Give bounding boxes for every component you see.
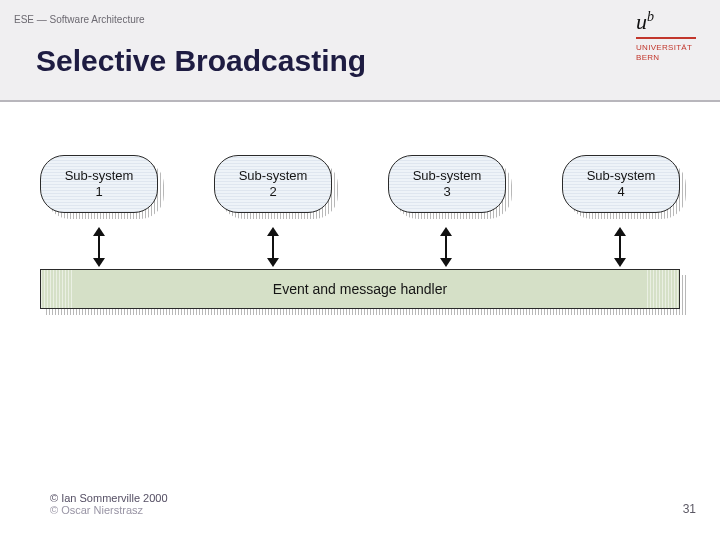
logo-mark: ub [636, 10, 696, 33]
page-title: Selective Broadcasting [36, 44, 366, 78]
event-handler-label: Event and message handler [273, 281, 447, 297]
subsystem-label: Sub-system [239, 168, 308, 184]
arrow-row [40, 225, 680, 269]
logo-mark-b: b [647, 9, 654, 24]
header-separator [0, 100, 720, 102]
breadcrumb: ESE — Software Architecture [14, 14, 145, 25]
subsystem-number: 3 [443, 184, 450, 200]
footer-credit: © Ian Sommerville 2000 © Oscar Nierstras… [50, 492, 168, 516]
subsystem-label: Sub-system [413, 168, 482, 184]
page-number: 31 [683, 502, 696, 516]
logo-text-2: BERN [636, 53, 696, 63]
diagram: Sub-system 1 Sub-system 2 Sub-system 3 [40, 155, 680, 335]
subsystem-label: Sub-system [587, 168, 656, 184]
subsystem-number: 1 [95, 184, 102, 200]
event-handler-box: Event and message handler [40, 269, 680, 313]
logo-mark-u: u [636, 9, 647, 34]
subsystem-number: 2 [269, 184, 276, 200]
logo-divider [636, 37, 696, 39]
subsystem-3: Sub-system 3 [388, 155, 506, 213]
logo-text-1: UNIVERSITÄT [636, 43, 696, 53]
university-logo: ub UNIVERSITÄT BERN [636, 10, 696, 63]
subsystem-number: 4 [617, 184, 624, 200]
subsystem-row: Sub-system 1 Sub-system 2 Sub-system 3 [40, 155, 680, 225]
credit-primary: © Ian Sommerville 2000 [50, 492, 168, 504]
subsystem-4: Sub-system 4 [562, 155, 680, 213]
subsystem-label: Sub-system [65, 168, 134, 184]
subsystem-2: Sub-system 2 [214, 155, 332, 213]
subsystem-1: Sub-system 1 [40, 155, 158, 213]
credit-secondary: © Oscar Nierstrasz [50, 504, 143, 516]
